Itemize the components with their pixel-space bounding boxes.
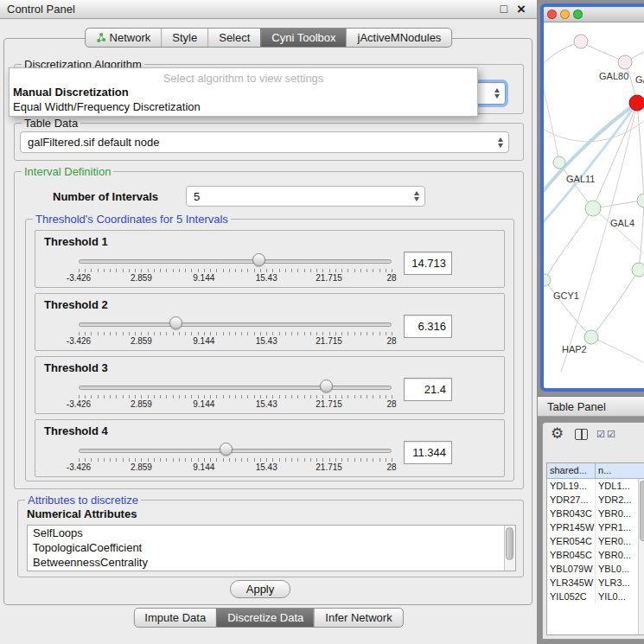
numerical-attributes-list[interactable]: SelfLoopsTopologicalCoefficientBetweenne…: [27, 525, 516, 571]
threshold-4-label: Threshold 4: [44, 424, 108, 437]
table-row[interactable]: YBL079WYBL0...: [547, 562, 644, 576]
control-panel-titlebar: Control Panel □ ×: [0, 0, 537, 19]
algorithm-dropdown: Select algorithm to view settings Manual…: [9, 67, 478, 117]
network-edge: [544, 280, 545, 351]
threshold-1-slider[interactable]: -3.4262.8599.14415.4321.71528: [72, 252, 400, 286]
table-toolbar: ⚙ ☑ ☑: [543, 423, 644, 449]
selected-red-node[interactable]: [629, 95, 644, 111]
traffic-light-close-icon[interactable]: [547, 10, 557, 19]
tab-infer-network[interactable]: Infer Network: [314, 609, 402, 627]
threshold-4-slider[interactable]: -3.4262.8599.14415.4321.71528: [72, 441, 400, 475]
table-cell: YDR27...: [547, 493, 596, 507]
threshold-2-value-field[interactable]: 6.316: [404, 315, 452, 338]
slider-thumb[interactable]: [320, 379, 333, 392]
network-edge: [591, 337, 644, 368]
table-row[interactable]: YDR27...YDR2...: [547, 493, 644, 507]
number-of-intervals-combo[interactable]: 5: [186, 186, 425, 207]
list-scrollbar[interactable]: [504, 526, 515, 571]
tick-label: -3.426: [67, 336, 91, 346]
network-node[interactable]: [544, 274, 551, 286]
dropdown-prompt: Select algorithm to view settings: [10, 68, 477, 85]
column-header-1[interactable]: n...: [596, 463, 644, 479]
threshold-3-value-field[interactable]: 21.4: [404, 378, 452, 401]
table-row[interactable]: YLR345WYLR3...: [547, 576, 644, 590]
tick-label: 21.715: [316, 399, 342, 409]
network-node[interactable]: [637, 194, 644, 207]
network-node[interactable]: [632, 263, 644, 277]
slider-thumb[interactable]: [220, 443, 233, 456]
network-node-label: GAL: [635, 74, 644, 85]
network-canvas[interactable]: GAL80GALGAL11GAL4GCY1HAP2: [544, 22, 644, 372]
tab-network[interactable]: Network: [86, 29, 162, 47]
column-header-0[interactable]: shared...: [547, 463, 596, 479]
select-all-checkbox-icon[interactable]: ☑: [596, 429, 605, 440]
table-row[interactable]: YPR145WYPR1...: [547, 520, 644, 534]
table-cell: YDL19...: [547, 479, 596, 493]
tab-discretize-data[interactable]: Discretize Data: [216, 609, 314, 627]
tick-label: -3.426: [67, 273, 91, 283]
network-view-window: GAL80GALGAL11GAL4GCY1HAP2: [540, 3, 644, 392]
network-node[interactable]: [574, 35, 588, 48]
table-scrollbar[interactable]: [638, 479, 644, 634]
table-row[interactable]: YDL19...YDL1...: [547, 479, 644, 493]
slider-tick-labels: -3.4262.8599.14415.4321.71528: [72, 378, 400, 412]
top-tab-bar: NetworkStyleSelectCyni ToolboxjActiveMNo…: [85, 28, 453, 48]
network-node[interactable]: [584, 330, 598, 344]
threshold-2-slider[interactable]: -3.4262.8599.14415.4321.71528: [72, 315, 400, 349]
table-cell: YBR0...: [596, 548, 644, 562]
threshold-1-value-field[interactable]: 14.713: [404, 252, 452, 275]
network-node-label: GCY1: [553, 290, 579, 301]
table-cell: YBR043C: [547, 507, 596, 520]
threshold-2-box: Threshold 2 -3.4262.8599.14415.4321.7152…: [35, 293, 505, 351]
traffic-light-zoom-icon[interactable]: [573, 10, 583, 19]
attribute-list-item[interactable]: SelfLoops: [28, 526, 515, 540]
threshold-3-slider[interactable]: -3.4262.8599.14415.4321.71528: [72, 378, 400, 412]
combo-stepper-icon: [414, 191, 419, 201]
tick-label: 9.144: [193, 462, 214, 472]
float-window-icon[interactable]: □: [501, 0, 507, 18]
attribute-list-item[interactable]: TopologicalCoefficient: [28, 540, 515, 555]
network-edge: [593, 208, 644, 262]
network-edge: [544, 57, 559, 163]
table-row[interactable]: YBR043CYBR0...: [547, 507, 644, 520]
tab-label: Select: [219, 31, 250, 44]
tick-label: 2.859: [131, 399, 152, 409]
table-cell: YER054C: [547, 534, 596, 548]
threshold-3-label: Threshold 3: [44, 361, 108, 374]
tick-label: 2.859: [131, 273, 152, 283]
dropdown-option-equal-width-frequency[interactable]: Equal Width/Frequency Discretization: [10, 99, 477, 114]
apply-button[interactable]: Apply: [230, 580, 290, 598]
table-cell: YDL1...: [596, 479, 644, 493]
tab-cyni-toolbox[interactable]: Cyni Toolbox: [260, 29, 346, 47]
table-row[interactable]: YBR045CYBR0...: [547, 548, 644, 562]
tick-label: 15.43: [256, 273, 277, 283]
gear-icon[interactable]: ⚙: [551, 424, 564, 443]
control-panel-title: Control Panel: [7, 0, 75, 19]
tab-impute-data[interactable]: Impute Data: [134, 609, 216, 627]
tab-select[interactable]: Select: [207, 29, 260, 47]
node-table-header: shared...n...: [547, 463, 644, 479]
tick-label: 21.715: [316, 462, 342, 472]
columns-icon[interactable]: [575, 429, 588, 440]
dropdown-option-manual-discretization[interactable]: Manual Discretization: [10, 85, 477, 99]
close-window-icon[interactable]: ×: [517, 0, 526, 18]
network-node-label: GAL4: [610, 218, 634, 228]
threshold-1-label: Threshold 1: [44, 235, 108, 248]
table-row[interactable]: YIL052CYIL0...: [547, 590, 644, 603]
network-node-label: GAL11: [566, 174, 595, 184]
slider-thumb[interactable]: [169, 316, 182, 329]
network-node[interactable]: [618, 55, 632, 69]
tab-jactivemnodules[interactable]: jActiveMNodules: [347, 29, 452, 47]
select-rows-checkbox-icon[interactable]: ☑: [607, 429, 615, 440]
attribute-list-item[interactable]: BetweennessCentrality: [28, 555, 515, 570]
table-cell: YBR0...: [596, 507, 644, 520]
table-data-combo[interactable]: galFiltered.sif default node: [20, 131, 509, 153]
network-node[interactable]: [585, 201, 601, 216]
traffic-light-minimize-icon[interactable]: [560, 10, 570, 19]
list-scrollbar-thumb[interactable]: [506, 527, 513, 560]
threshold-4-value-field[interactable]: 11.344: [404, 441, 452, 464]
tab-style[interactable]: Style: [161, 29, 207, 47]
network-node[interactable]: [553, 156, 565, 169]
table-scrollbar-thumb[interactable]: [640, 481, 644, 541]
table-row[interactable]: YER054CYER0...: [547, 534, 644, 548]
